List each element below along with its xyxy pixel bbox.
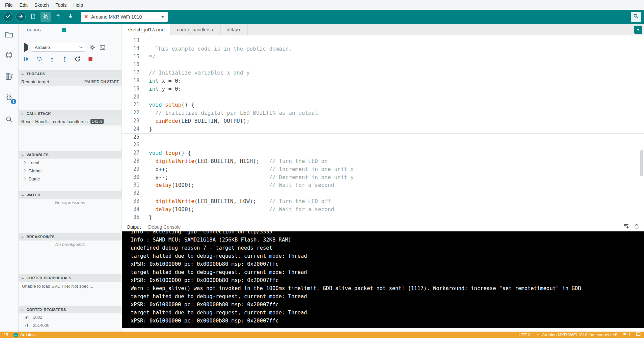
line-number[interactable]: 15	[122, 53, 149, 61]
line-number[interactable]: 26	[122, 141, 149, 149]
output-console[interactable]: Info : accepting 'gdb' connection on tcp…	[122, 231, 644, 328]
line-number[interactable]: 34	[122, 205, 149, 214]
panel-toggle-icon[interactable]	[636, 332, 641, 338]
search-icon[interactable]	[4, 114, 15, 125]
board-status-indicator[interactable]: Arduino MKR WiFi 1010 [not connected]	[536, 332, 617, 338]
code-line-20[interactable]: 20	[122, 93, 644, 101]
variables-item-global[interactable]: Global	[19, 167, 122, 175]
line-number[interactable]: 35	[122, 214, 149, 222]
library-manager-icon[interactable]	[4, 71, 15, 82]
call-stack-row[interactable]: Reset_Handl... cortex_handlers.c 141:0	[19, 117, 122, 125]
line-number[interactable]: 30	[122, 173, 149, 181]
code-line-23[interactable]: 23 pinMode(LED_BUILTIN, OUTPUT);	[122, 117, 644, 125]
code-line-30[interactable]: 30 y--; // Decrement in one unit y	[122, 173, 644, 181]
code-line-29[interactable]: 29 x++; // Increment in one unit x	[122, 165, 644, 173]
code-line-32[interactable]: 32	[122, 189, 644, 197]
code-line-28[interactable]: 28 digitalWrite(LED_BUILTIN, HIGH); // T…	[122, 157, 644, 165]
line-number[interactable]: 21	[122, 101, 149, 109]
arrow-up-button[interactable]	[53, 12, 63, 22]
line-number[interactable]: 32	[122, 189, 149, 197]
line-number[interactable]: 27	[122, 149, 149, 157]
tab-output[interactable]: Output	[127, 224, 141, 230]
line-number[interactable]: 25	[122, 133, 149, 141]
serial-monitor-button[interactable]	[631, 12, 641, 22]
cortex-peripherals-section-header[interactable]: CORTEX PERIPHERALS	[19, 274, 122, 282]
sketchbook-folder-icon[interactable]	[4, 29, 15, 40]
register-row-r0[interactable]: r01002	[19, 313, 122, 321]
autoscroll-icon[interactable]	[623, 223, 629, 230]
code-editor[interactable]: 1314 This example code is in the public …	[122, 35, 644, 222]
variables-item-local[interactable]: Local	[19, 159, 122, 167]
thread-row[interactable]: Remote target PAUSED ON START	[19, 78, 122, 86]
code-line-13[interactable]: 13	[122, 37, 644, 45]
upload-button[interactable]	[16, 12, 26, 22]
line-number[interactable]: 20	[122, 93, 149, 101]
code-line-31[interactable]: 31 delay(1000); // Wait for a second	[122, 181, 644, 189]
gear-icon[interactable]	[89, 44, 95, 50]
restart-button[interactable]	[75, 56, 81, 62]
line-number[interactable]: 17	[122, 69, 149, 77]
lock-icon[interactable]	[634, 224, 639, 230]
verify-button[interactable]	[3, 12, 13, 22]
code-line-24[interactable]: 24}	[122, 125, 644, 133]
boards-manager-icon[interactable]	[4, 50, 15, 60]
code-line-34[interactable]: 34 delay(1000); // Wait for a second	[122, 205, 644, 214]
arrow-down-button[interactable]	[65, 12, 76, 22]
line-number[interactable]: 13	[122, 37, 149, 45]
encoding-indicator[interactable]: UTF-8	[519, 333, 531, 337]
step-out-button[interactable]	[62, 56, 68, 62]
code-line-33[interactable]: 33 digitalWrite(LED_BUILTIN, LOW); // Tu…	[122, 197, 644, 205]
step-over-button[interactable]	[36, 56, 42, 62]
line-number[interactable]: 22	[122, 109, 149, 117]
variables-item-static[interactable]: Static	[19, 175, 122, 183]
start-debug-button[interactable]	[24, 45, 28, 50]
line-number[interactable]: 28	[122, 157, 149, 165]
debug-button[interactable]	[41, 12, 51, 22]
tab-debug-console[interactable]: Debug Console	[148, 224, 181, 230]
call-stack-section-header[interactable]: CALL STACK	[19, 110, 122, 117]
register-row-r1[interactable]: r12514000	[19, 321, 122, 330]
menu-file[interactable]: File	[2, 1, 16, 9]
code-line-27[interactable]: 27void loop() {	[122, 149, 644, 157]
line-number[interactable]: 14	[122, 45, 149, 53]
debug-console-icon[interactable]	[99, 44, 105, 50]
code-line-25[interactable]: 25	[122, 133, 644, 141]
line-number[interactable]: 16	[122, 61, 149, 69]
line-number[interactable]: 29	[122, 165, 149, 173]
line-number[interactable]: 18	[122, 77, 149, 85]
brand-item[interactable]: ∞ Arduino	[14, 333, 35, 337]
scrollbar-thumb[interactable]	[640, 150, 643, 176]
watch-section-header[interactable]: WATCH	[19, 191, 122, 199]
line-number[interactable]: 31	[122, 181, 149, 189]
continue-button[interactable]	[23, 56, 29, 62]
threads-section-header[interactable]: THREADS	[19, 70, 122, 78]
code-line-16[interactable]: 16	[122, 61, 644, 69]
new-sketch-button[interactable]	[28, 12, 38, 22]
breakpoints-section-header[interactable]: BREAKPOINTS	[19, 233, 122, 241]
menu-edit[interactable]: Edit	[17, 1, 31, 9]
board-selector[interactable]: Arduino MKR WiFi 1010	[81, 12, 168, 22]
code-line-18[interactable]: 18int x = 0;	[122, 77, 644, 85]
line-number[interactable]: 33	[122, 197, 149, 205]
line-number[interactable]: 19	[122, 85, 149, 93]
variables-section-header[interactable]: VARIABLES	[19, 151, 122, 159]
editor-tab-cortex_handlers.c[interactable]: cortex_handlers.c	[171, 24, 221, 35]
editor-tab-sketch_jul17a.ino[interactable]: sketch_jul17a.ino	[122, 24, 171, 35]
cursor-line-indicator[interactable]: 25	[3, 333, 8, 337]
editor-scrollbar[interactable]	[639, 35, 644, 222]
menu-tools[interactable]: Tools	[53, 1, 70, 9]
code-line-15[interactable]: 15*/	[122, 53, 644, 61]
stop-button[interactable]	[87, 56, 93, 62]
line-number[interactable]: 24	[122, 125, 149, 133]
code-line-35[interactable]: 35}	[122, 214, 644, 222]
debug-config-select[interactable]: Arduino	[32, 43, 85, 52]
code-line-22[interactable]: 22 // Initialize digital pin LED_BUILTIN…	[122, 109, 644, 117]
code-line-17[interactable]: 17// Initialize variables x and y	[122, 69, 644, 77]
debug-sidebar-icon[interactable]: 1	[4, 92, 15, 103]
cortex-registers-section-header[interactable]: CORTEX REGISTERS	[19, 306, 122, 313]
notifications-indicator[interactable]: 1	[622, 332, 631, 338]
line-number[interactable]: 23	[122, 117, 149, 125]
code-line-26[interactable]: 26	[122, 141, 644, 149]
code-line-21[interactable]: 21void setup() {	[122, 101, 644, 109]
code-line-14[interactable]: 14 This example code is in the public do…	[122, 45, 644, 53]
